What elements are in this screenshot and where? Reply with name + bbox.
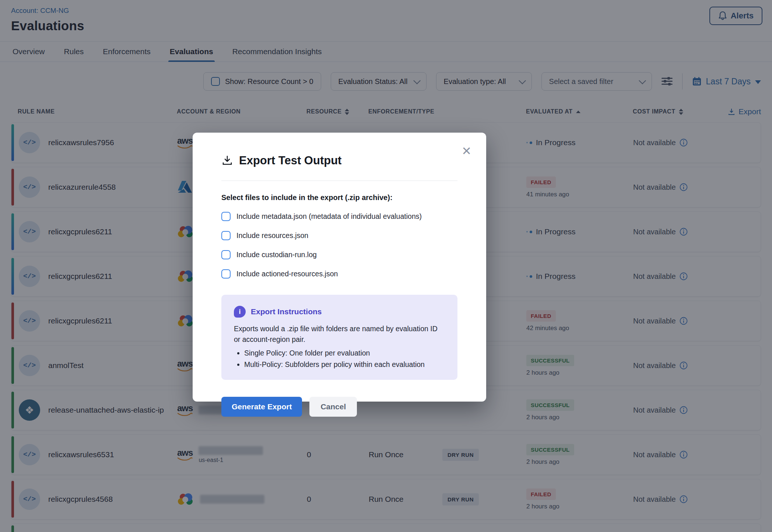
evaluations-page: Account: CCM-NG Evaluations Alerts Overv…	[0, 0, 772, 532]
close-icon[interactable]: ✕	[462, 145, 471, 157]
checkbox-include-actioned-resources[interactable]: Include actioned-resources.json	[221, 269, 457, 279]
info-bubble-icon: i	[234, 306, 246, 318]
checkbox-include-resources[interactable]: Include resources.json	[221, 231, 457, 240]
export-instructions-body: Exports would a .zip file with folders a…	[234, 323, 445, 345]
checkbox[interactable]	[221, 269, 231, 279]
instruction-bullet: Multi-Policy: Subfolders per policy with…	[244, 360, 445, 369]
export-instructions-list: Single Policy: One folder per evaluation…	[234, 349, 445, 369]
checkbox[interactable]	[221, 212, 231, 221]
checkbox-include-metadata[interactable]: Include metadata.json (metadata of indiv…	[221, 212, 457, 221]
checkbox-include-custodian-run-log[interactable]: Include custodian-run.log	[221, 250, 457, 259]
modal-title: Export Test Output	[239, 154, 341, 167]
checkbox[interactable]	[221, 250, 231, 259]
instruction-bullet: Single Policy: One folder per evaluation	[244, 349, 445, 357]
modal-divider	[221, 181, 457, 181]
download-icon	[221, 155, 233, 167]
cancel-button[interactable]: Cancel	[309, 397, 357, 417]
export-instructions-title: Export Instructions	[251, 307, 322, 316]
checkbox[interactable]	[221, 231, 231, 240]
export-modal: ✕ Export Test Output Select files to inc…	[193, 133, 486, 402]
generate-export-button[interactable]: Generate Export	[221, 397, 302, 417]
modal-subtitle: Select files to include in the export (.…	[221, 193, 457, 202]
export-instructions-box: i Export Instructions Exports would a .z…	[221, 295, 457, 380]
